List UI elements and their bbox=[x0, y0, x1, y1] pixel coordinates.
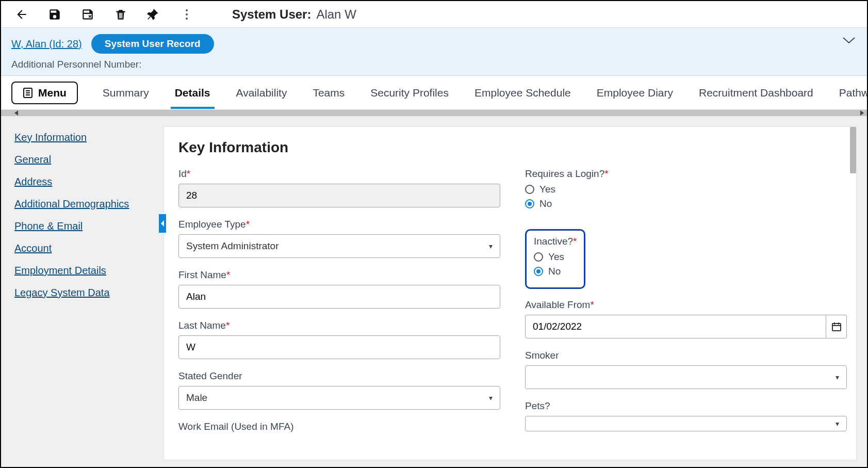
date-picker-button[interactable] bbox=[826, 315, 847, 338]
sidenav-address[interactable]: Address bbox=[14, 176, 158, 188]
inactive-label: Inactive?* bbox=[534, 236, 577, 247]
trash-icon bbox=[114, 8, 127, 21]
chevron-left-icon bbox=[160, 220, 165, 227]
sidenav-phone-email[interactable]: Phone & Email bbox=[14, 220, 158, 232]
inactive-yes[interactable]: Yes bbox=[534, 251, 577, 263]
save-icon bbox=[48, 8, 61, 21]
pin-button[interactable] bbox=[145, 6, 162, 23]
save-x-icon bbox=[81, 8, 94, 21]
available-from-label: Available From* bbox=[525, 299, 847, 311]
title-value: Alan W bbox=[316, 7, 356, 22]
tab-security-profiles[interactable]: Security Profiles bbox=[369, 77, 450, 108]
context-strip: W, Alan (Id: 28) System User Record Addi… bbox=[1, 28, 867, 76]
context-subtitle: Additional Personnel Number: bbox=[11, 59, 857, 70]
menu-button[interactable]: Menu bbox=[11, 82, 78, 104]
tab-recruitment-dashboard[interactable]: Recruitment Dashboard bbox=[698, 77, 814, 108]
sidenav-legacy-system-data[interactable]: Legacy System Data bbox=[14, 287, 158, 299]
inactive-highlight-box: Inactive?* Yes No bbox=[525, 229, 585, 289]
tab-employee-diary[interactable]: Employee Diary bbox=[596, 77, 674, 108]
top-toolbar: System User: Alan W bbox=[1, 1, 867, 28]
first-name-label: First Name* bbox=[178, 269, 500, 281]
tab-pathways[interactable]: Pathways bbox=[838, 77, 867, 108]
tab-details[interactable]: Details bbox=[174, 77, 211, 108]
menu-icon bbox=[23, 87, 33, 99]
pets-label: Pets? bbox=[525, 400, 847, 412]
save-button[interactable] bbox=[46, 6, 63, 23]
back-button[interactable] bbox=[13, 6, 30, 23]
id-field[interactable] bbox=[178, 184, 500, 207]
page-title: System User: Alan W bbox=[232, 7, 356, 22]
first-name-field[interactable] bbox=[178, 285, 500, 309]
available-from-field[interactable] bbox=[525, 315, 826, 338]
tab-availability[interactable]: Availability bbox=[235, 77, 288, 108]
smoker-label: Smoker bbox=[525, 350, 847, 361]
gender-label: Stated Gender bbox=[178, 370, 500, 382]
inactive-no[interactable]: No bbox=[534, 266, 577, 277]
employee-type-label: Employee Type* bbox=[178, 219, 500, 230]
tab-teams[interactable]: Teams bbox=[312, 77, 346, 108]
pets-select[interactable]: ▾ bbox=[525, 416, 847, 431]
title-label: System User: bbox=[232, 7, 311, 22]
chevron-down-icon: ▾ bbox=[489, 242, 493, 250]
last-name-label: Last Name* bbox=[178, 320, 500, 331]
delete-button[interactable] bbox=[112, 6, 129, 23]
svg-rect-4 bbox=[832, 324, 841, 331]
requires-login-yes[interactable]: Yes bbox=[525, 184, 847, 195]
tab-summary[interactable]: Summary bbox=[102, 77, 150, 108]
section-nav: Key Information General Address Addition… bbox=[11, 126, 163, 460]
sidenav-general[interactable]: General bbox=[14, 154, 158, 166]
breadcrumb-link[interactable]: W, Alan (Id: 28) bbox=[11, 38, 82, 50]
section-heading: Key Information bbox=[178, 139, 856, 156]
gender-select[interactable]: Male ▾ bbox=[178, 386, 500, 410]
chevron-down-icon: ▾ bbox=[836, 373, 839, 381]
main-area: Key Information General Address Addition… bbox=[1, 116, 867, 468]
sidenav-key-information[interactable]: Key Information bbox=[14, 132, 158, 143]
pin-icon bbox=[147, 8, 160, 21]
more-button[interactable] bbox=[178, 6, 195, 23]
record-type-pill[interactable]: System User Record bbox=[91, 34, 214, 54]
requires-login-no[interactable]: No bbox=[525, 198, 847, 209]
sidenav-additional-demographics[interactable]: Additional Demographics bbox=[14, 198, 158, 210]
menu-label: Menu bbox=[38, 87, 67, 99]
tabs-row: Menu Summary Details Availability Teams … bbox=[1, 76, 867, 110]
collapse-strip-button[interactable] bbox=[842, 36, 856, 46]
arrow-left-icon bbox=[15, 8, 28, 21]
save-close-button[interactable] bbox=[79, 6, 96, 23]
chevron-down-icon bbox=[842, 36, 856, 44]
sidenav-collapse-button[interactable] bbox=[159, 214, 166, 233]
sidenav-account[interactable]: Account bbox=[14, 243, 158, 254]
horizontal-scrollbar[interactable] bbox=[1, 110, 867, 116]
smoker-select[interactable]: ▾ bbox=[525, 365, 847, 389]
vertical-scrollbar[interactable] bbox=[850, 127, 856, 173]
work-email-label: Work Email (Used in MFA) bbox=[178, 421, 500, 432]
tab-employee-schedule[interactable]: Employee Schedule bbox=[473, 77, 572, 108]
kebab-icon bbox=[186, 9, 188, 20]
id-label: Id* bbox=[178, 168, 500, 180]
requires-login-label: Requires a Login?* bbox=[525, 168, 847, 180]
calendar-icon bbox=[831, 321, 842, 332]
chevron-down-icon: ▾ bbox=[836, 419, 839, 428]
form-panel: Key Information Id* Employee Type* Syste… bbox=[163, 126, 857, 460]
chevron-down-icon: ▾ bbox=[489, 394, 493, 402]
employee-type-select[interactable]: System Administrator ▾ bbox=[178, 234, 500, 258]
sidenav-employment-details[interactable]: Employment Details bbox=[14, 265, 158, 277]
last-name-field[interactable] bbox=[178, 335, 500, 359]
